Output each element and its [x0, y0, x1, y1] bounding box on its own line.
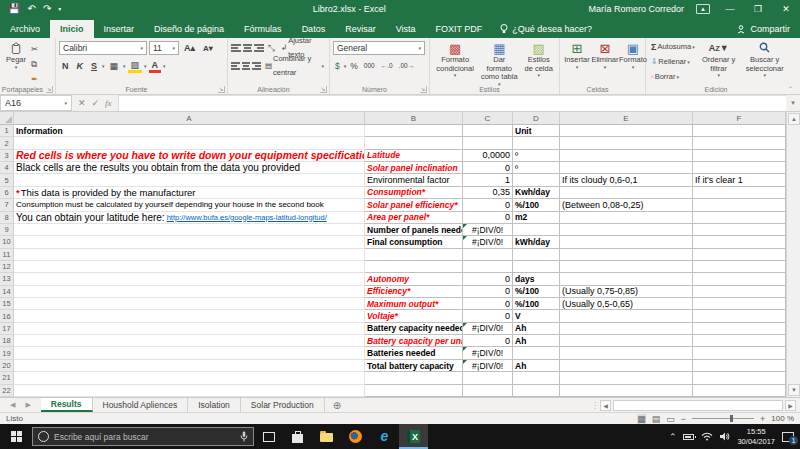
cell[interactable] [14, 249, 365, 261]
cell-B17[interactable]: Battery capacity needed [365, 323, 463, 335]
expand-formula-bar-icon[interactable]: ▾ [786, 95, 800, 111]
zoom-level[interactable]: 100 % [771, 414, 794, 423]
action-center-icon[interactable]: 1 [782, 432, 794, 442]
hscroll-right-icon[interactable]: ▶ [785, 400, 796, 411]
store-button[interactable] [283, 424, 312, 449]
decrease-decimal-icon[interactable]: .00→ [397, 59, 417, 73]
row-header-7[interactable]: 7 [0, 199, 14, 211]
shrink-font-icon[interactable]: A▾ [200, 44, 216, 53]
cell[interactable] [560, 249, 693, 261]
cell[interactable] [463, 261, 513, 273]
cell[interactable] [693, 212, 786, 224]
undo-icon[interactable]: ↶ [27, 4, 35, 14]
row-header-16[interactable]: 16 [0, 310, 14, 322]
hscroll-track[interactable] [613, 400, 783, 411]
cell[interactable] [560, 125, 693, 137]
cell-B8[interactable]: Area per panel* [365, 212, 463, 224]
cell[interactable] [463, 385, 513, 397]
cell-C15[interactable]: 0 [463, 298, 513, 310]
col-header-B[interactable]: B [365, 112, 463, 125]
cell-C14[interactable]: 0 [463, 286, 513, 298]
name-box[interactable]: A16 ▾ [0, 95, 72, 111]
cell[interactable] [693, 310, 786, 322]
cell[interactable] [463, 249, 513, 261]
page-layout-view-icon[interactable]: ▤ [652, 414, 661, 424]
clear-button[interactable]: ▫ Borrar ▾ [649, 70, 697, 84]
tab-foxit-pdf[interactable]: FOXIT PDF [426, 20, 493, 38]
row-header-9[interactable]: 9 [0, 224, 14, 236]
cell-F5[interactable]: If it's clear 1 [693, 174, 786, 186]
cell[interactable] [513, 249, 560, 261]
cell[interactable] [14, 298, 365, 310]
restore-button[interactable]: ❐ [750, 4, 766, 14]
conditional-formatting-button[interactable]: ▩ Formato condicional ▾ [433, 40, 477, 89]
sheet-tab-results[interactable]: Results [41, 398, 93, 412]
scroll-down-icon[interactable]: ▼ [788, 384, 800, 396]
row-header-2[interactable]: 2 [0, 137, 14, 149]
align-middle-icon[interactable] [243, 43, 253, 54]
bold-button[interactable]: N [59, 61, 72, 71]
cell[interactable] [14, 310, 365, 322]
font-size-select[interactable]: 11▾ [149, 41, 179, 55]
confirm-entry-icon[interactable]: ✓ [92, 98, 100, 108]
copy-icon[interactable]: ⧉ [29, 57, 40, 71]
alignment-dialog-launcher[interactable]: ↘ [320, 86, 327, 93]
cell[interactable] [365, 385, 463, 397]
autosum-button[interactable]: Σ Autosuma ▾ [649, 40, 697, 54]
name-box-dropdown-icon[interactable]: ▾ [64, 100, 67, 106]
cell[interactable] [693, 224, 786, 236]
cell[interactable] [693, 323, 786, 335]
cell-D14[interactable]: %/100 [513, 286, 560, 298]
paste-button[interactable]: 📋︎ Pegar ▾ [3, 40, 29, 86]
cell-E7[interactable]: (Between 0,08-0,25) [560, 199, 693, 211]
cell[interactable] [14, 323, 365, 335]
cell-A7[interactable]: Consumption must be calculated by yourse… [14, 199, 365, 211]
cell[interactable] [513, 372, 560, 384]
cell[interactable] [560, 385, 693, 397]
horizontal-scrollbar[interactable]: ⋮ ◀ ▶ [591, 398, 800, 412]
tab-insertar[interactable]: Insertar [94, 20, 145, 38]
tray-expand-icon[interactable]: ⌃ [669, 432, 677, 442]
cell-D4[interactable]: º [513, 162, 560, 174]
cell-C7[interactable]: 0 [463, 199, 513, 211]
cell[interactable] [693, 236, 786, 248]
cell[interactable] [14, 385, 365, 397]
cell-D7[interactable]: %/100 [513, 199, 560, 211]
file-explorer-button[interactable] [312, 424, 341, 449]
cell-D18[interactable]: Ah [513, 335, 560, 347]
align-center-icon[interactable] [242, 61, 251, 72]
tab-revisar[interactable]: Revisar [335, 20, 386, 38]
col-header-E[interactable]: E [560, 112, 693, 125]
cell[interactable] [560, 310, 693, 322]
cell[interactable] [693, 162, 786, 174]
cell-A8[interactable]: You can obtain your latitude here: http:… [14, 212, 365, 224]
comma-style-button[interactable]: 000 [362, 59, 377, 73]
firefox-button[interactable] [341, 424, 370, 449]
row-header-17[interactable]: 17 [0, 323, 14, 335]
microphone-icon[interactable] [240, 431, 248, 442]
cell[interactable] [14, 261, 365, 273]
cell[interactable] [14, 273, 365, 285]
cell[interactable] [14, 335, 365, 347]
cell-E5[interactable]: If its cloudy 0,6-0,1 [560, 174, 693, 186]
task-view-button[interactable] [254, 424, 283, 449]
cell[interactable] [693, 125, 786, 137]
speaker-icon[interactable] [720, 432, 730, 441]
cell[interactable] [693, 298, 786, 310]
cell[interactable] [560, 323, 693, 335]
cell[interactable] [693, 150, 786, 162]
zoom-out-icon[interactable]: − [681, 414, 686, 424]
cell[interactable] [693, 137, 786, 149]
col-header-A[interactable]: A [14, 112, 365, 125]
cell-D20[interactable]: Ah [513, 360, 560, 372]
cell-B15[interactable]: Maximum output* [365, 298, 463, 310]
format-painter-icon[interactable]: ✒ [29, 72, 40, 86]
cell-A1[interactable]: Information [14, 125, 365, 137]
cell[interactable] [693, 372, 786, 384]
cell[interactable] [463, 137, 513, 149]
splitter-grip-icon[interactable]: ⋮ [591, 401, 598, 410]
row-header-13[interactable]: 13 [0, 273, 14, 285]
hscroll-left-icon[interactable]: ◀ [600, 400, 611, 411]
row-header-11[interactable]: 11 [0, 249, 14, 261]
cell[interactable] [560, 212, 693, 224]
